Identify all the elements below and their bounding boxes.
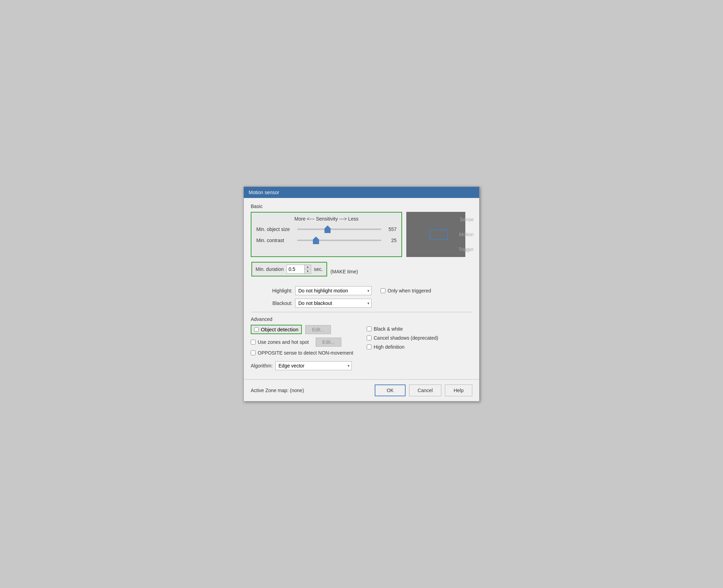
use-zones-label: Use zones and hot spot bbox=[258, 339, 309, 345]
only-triggered-label: Only when triggered bbox=[388, 288, 431, 293]
high-definition-label: High definition bbox=[374, 344, 405, 350]
algorithm-label: Algorithm: bbox=[251, 363, 273, 368]
object-detection-label: Object detection bbox=[261, 326, 298, 332]
contrast-slider-container bbox=[297, 236, 381, 245]
title-bar: Motion sensor bbox=[244, 187, 479, 198]
dialog-footer: Active Zone map: (none) OK Cancel Help bbox=[244, 379, 479, 401]
duration-spinner: ▲ ▼ bbox=[286, 265, 311, 274]
high-definition-row: High definition bbox=[367, 344, 472, 350]
contrast-row: Min. contrast 25 bbox=[256, 236, 397, 245]
advanced-section: Advanced Object detection Edit... bbox=[251, 316, 472, 370]
dialog-body: Basic More <--- Sensitivity ---> Less Mi… bbox=[244, 198, 479, 375]
object-detection-row: Object detection Edit... bbox=[251, 325, 356, 334]
object-size-slider-container bbox=[297, 225, 381, 233]
highlight-label: Highlight: bbox=[265, 288, 292, 293]
black-white-checkbox[interactable] bbox=[367, 326, 372, 331]
make-time-note: (MAKE time) bbox=[331, 269, 358, 274]
contrast-value: 25 bbox=[384, 238, 397, 243]
object-size-slider[interactable] bbox=[297, 229, 381, 230]
cancel-shadows-checkbox[interactable] bbox=[367, 336, 372, 340]
cancel-shadows-row: Cancel shadows (deprecated) bbox=[367, 335, 472, 341]
sensitivity-box: More <--- Sensitivity ---> Less Min. obj… bbox=[251, 212, 402, 257]
ok-button[interactable]: OK bbox=[375, 384, 405, 396]
contrast-label: Min. contrast bbox=[256, 238, 294, 243]
highlight-row: Highlight: Do not highlight motion Highl… bbox=[265, 286, 472, 295]
spinner-up-button[interactable]: ▲ bbox=[305, 265, 311, 269]
use-zones-checkbox[interactable] bbox=[251, 340, 256, 345]
use-zones-checkbox-row: Use zones and hot spot bbox=[251, 339, 309, 345]
use-zones-row: Use zones and hot spot Edit... bbox=[251, 338, 356, 347]
only-when-triggered-row: Only when triggered bbox=[381, 288, 431, 293]
object-size-label: Min. object size bbox=[256, 226, 294, 232]
duration-label: Min. duration bbox=[256, 266, 284, 272]
basic-section: More <--- Sensitivity ---> Less Min. obj… bbox=[251, 212, 472, 257]
algorithm-dropdown[interactable]: Edge vector Pixel difference Background … bbox=[275, 361, 352, 370]
blackout-row: Blackout: Do not blackout Blackout when … bbox=[265, 299, 472, 308]
cancel-button[interactable]: Cancel bbox=[409, 384, 442, 396]
opposite-sense-label: OPPOSITE sense to detect NON-movement bbox=[258, 350, 353, 356]
duration-input[interactable] bbox=[287, 265, 304, 273]
contrast-slider[interactable] bbox=[297, 240, 381, 241]
active-zone-value: (none) bbox=[290, 388, 304, 393]
blackout-dropdown[interactable]: Do not blackout Blackout when motion Bla… bbox=[295, 299, 372, 308]
cancel-shadows-label: Cancel shadows (deprecated) bbox=[374, 335, 438, 341]
object-detection-checkbox[interactable] bbox=[254, 327, 259, 332]
help-button[interactable]: Help bbox=[445, 384, 472, 396]
spinner-buttons: ▲ ▼ bbox=[304, 265, 311, 273]
advanced-grid: Object detection Edit... Use zones and h… bbox=[251, 325, 472, 370]
preview-area: Sense Motion Trigger bbox=[406, 212, 472, 257]
high-definition-checkbox[interactable] bbox=[367, 345, 372, 349]
dialog-title: Motion sensor bbox=[249, 190, 279, 195]
object-detection-box: Object detection bbox=[251, 325, 302, 334]
only-triggered-checkbox[interactable] bbox=[381, 288, 385, 293]
motion-sensor-dialog: Motion sensor Basic More <--- Sensitivit… bbox=[243, 187, 480, 401]
advanced-section-label: Advanced bbox=[251, 316, 472, 322]
edit-object-detection-button[interactable]: Edit... bbox=[305, 325, 331, 334]
blackout-label: Blackout: bbox=[265, 300, 292, 306]
spinner-down-button[interactable]: ▼ bbox=[305, 269, 311, 273]
active-zone-area: Active Zone map: (none) bbox=[251, 388, 304, 393]
duration-box: Min. duration ▲ ▼ sec. bbox=[251, 262, 327, 276]
motion-rect bbox=[429, 229, 448, 240]
edit-zones-button[interactable]: Edit... bbox=[316, 338, 341, 347]
black-white-label: Black & white bbox=[374, 326, 403, 332]
black-white-row: Black & white bbox=[367, 326, 472, 332]
advanced-right: Black & white Cancel shadows (deprecated… bbox=[367, 325, 472, 370]
highlight-dropdown[interactable]: Do not highlight motion Highlight motion… bbox=[295, 286, 372, 295]
object-size-row: Min. object size 557 bbox=[256, 225, 397, 233]
algorithm-dropdown-wrapper: Edge vector Pixel difference Background … bbox=[275, 361, 352, 370]
object-size-value: 557 bbox=[384, 226, 397, 232]
opposite-sense-row: OPPOSITE sense to detect NON-movement bbox=[251, 350, 356, 356]
footer-buttons: OK Cancel Help bbox=[375, 384, 472, 396]
active-zone-label: Active Zone map: bbox=[251, 388, 289, 393]
preview-canvas bbox=[406, 212, 465, 257]
blackout-dropdown-wrapper: Do not blackout Blackout when motion Bla… bbox=[295, 299, 372, 308]
section-divider bbox=[251, 312, 472, 312]
advanced-left: Object detection Edit... Use zones and h… bbox=[251, 325, 356, 370]
basic-section-label: Basic bbox=[251, 204, 472, 209]
highlight-dropdown-wrapper: Do not highlight motion Highlight motion… bbox=[295, 286, 372, 295]
sec-label: sec. bbox=[314, 266, 323, 272]
sensitivity-title: More <--- Sensitivity ---> Less bbox=[256, 216, 397, 222]
algorithm-row: Algorithm: Edge vector Pixel difference … bbox=[251, 361, 356, 370]
opposite-sense-checkbox[interactable] bbox=[251, 350, 256, 355]
